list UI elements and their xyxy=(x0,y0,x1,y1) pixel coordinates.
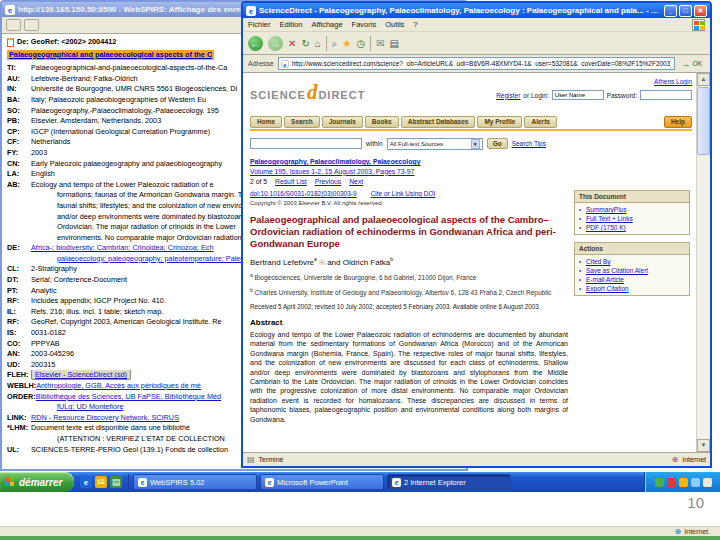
sciencedirect-header: SCIENCE d DIRECT Athens Login Register o… xyxy=(250,76,692,114)
start-button[interactable]: démarrer xyxy=(0,472,74,492)
result-nav-link[interactable]: Previous xyxy=(315,177,341,187)
record-field-tag: WEBLH: xyxy=(7,381,36,392)
received-dates: Received 5 April 2002; revised 10 July 2… xyxy=(250,303,568,310)
result-nav-link[interactable]: Result List xyxy=(275,177,307,187)
search-icon[interactable]: ⌕ xyxy=(332,36,338,51)
nav-button[interactable]: Journals xyxy=(322,116,363,128)
menu-item[interactable]: Affichage xyxy=(311,20,342,29)
tray-icon[interactable] xyxy=(703,478,712,487)
toolbar-button[interactable] xyxy=(24,19,39,31)
record-field-text: Includes appendix; IGCP Project No. 410. xyxy=(31,296,166,305)
tray-icon[interactable] xyxy=(667,478,676,487)
record-field-text: (ATTENTION : VERIFIEZ L'ETAT DE COLLECTI… xyxy=(57,434,225,443)
result-position: 2 of 5 xyxy=(250,177,267,187)
scrollbar-thumb[interactable] xyxy=(697,87,710,155)
this-document-box: This Document SummaryPlusFull Text + Lin… xyxy=(574,190,690,235)
author-name[interactable]: Bertrand Lefebvre xyxy=(250,258,314,267)
search-scope-select[interactable]: All Full-text Sources ▼ xyxy=(387,138,483,150)
nav-button[interactable]: Home xyxy=(250,116,282,128)
athens-login-link[interactable]: Athens Login xyxy=(654,78,692,85)
nav-button[interactable]: My Profile xyxy=(477,116,522,128)
issue-link[interactable]: Volume 195, Issues 1-2, 15 August 2003, … xyxy=(250,167,566,177)
record-field-text: 2003 xyxy=(31,148,47,157)
action-link[interactable]: E-mail Article xyxy=(579,275,685,284)
username-field[interactable] xyxy=(552,90,604,100)
result-navigation: 2 of 5 Result ListPreviousNext xyxy=(250,177,566,187)
nav-button[interactable]: Abstract Databases xyxy=(401,116,476,128)
password-field[interactable] xyxy=(640,90,692,100)
mail-icon[interactable]: ✉ xyxy=(376,36,384,51)
record-field-text: fULg; UD Montefiore xyxy=(57,402,124,411)
scroll-down-icon[interactable]: ▼ xyxy=(697,439,710,452)
help-button[interactable]: Help xyxy=(664,116,692,128)
outer-status-text: Internet. xyxy=(684,528,710,535)
address-input[interactable]: e http://www.sciencedirect.com/science?_… xyxy=(278,57,675,70)
search-scope-value: All Full-text Sources xyxy=(390,141,443,147)
journal-link[interactable]: Palaeogeography, Palaeoclimatology, Pala… xyxy=(250,157,566,167)
record-field-text: Analytic xyxy=(31,286,57,295)
status-text: Terminé xyxy=(259,456,284,463)
record-highlighted-title[interactable]: Palaeogeographical and palaeoecological … xyxy=(7,50,214,61)
globe-icon: ⊕ xyxy=(672,455,679,464)
document-link[interactable]: SummaryPlus xyxy=(579,205,685,214)
quick-search-input[interactable] xyxy=(250,138,362,149)
tray-icon[interactable] xyxy=(655,478,664,487)
menu-item[interactable]: Fichier xyxy=(248,20,271,29)
close-icon[interactable]: ✕ xyxy=(694,5,707,17)
action-link[interactable]: Save as Citation Alert xyxy=(579,266,685,275)
record-field-tag: LINK: xyxy=(7,413,31,424)
show-desktop-icon[interactable]: ▤ xyxy=(110,476,122,488)
record-field-text: and/or deep environments were dominated … xyxy=(57,212,261,221)
nav-button[interactable]: Books xyxy=(365,116,399,128)
go-button[interactable]: → OK xyxy=(679,59,705,69)
menu-item[interactable]: Favoris xyxy=(352,20,377,29)
record-field-text: SCIENCES-TERRE-PERIO Geol (139.1) Fonds … xyxy=(31,445,228,454)
menu-item[interactable]: Outils xyxy=(385,20,404,29)
refresh-icon[interactable]: ↻ xyxy=(301,36,309,51)
ie-icon[interactable]: e xyxy=(80,476,92,488)
nav-button[interactable]: Alerts xyxy=(524,116,556,128)
task-button[interactable]: e WebSPIRS 5.02 xyxy=(133,474,257,490)
search-go-button[interactable]: Go xyxy=(487,138,508,149)
vertical-scrollbar[interactable]: ▲ ▼ xyxy=(696,73,710,452)
sciencedirect-window[interactable]: e ScienceDirect - Palaeogeography, Palae… xyxy=(241,1,712,468)
windows-flag-icon xyxy=(692,19,705,31)
register-link[interactable]: Register xyxy=(496,92,520,99)
favorites-icon[interactable]: ★ xyxy=(342,36,351,51)
record-field-tag: CF: xyxy=(7,137,31,148)
tray-icon[interactable] xyxy=(691,478,700,487)
action-link[interactable]: Cited By xyxy=(579,257,685,266)
menu-item[interactable]: ? xyxy=(413,20,417,29)
task-button[interactable]: e Microsoft PowerPoint xyxy=(260,474,384,490)
quick-launch: e ✉ ▤ xyxy=(74,474,129,490)
document-link[interactable]: Full Text + Links xyxy=(579,214,685,223)
doi-link[interactable]: doi:10.1016/S0031-0182(03)00303-9 xyxy=(250,190,357,197)
author-name[interactable]: Oldrich Fatka xyxy=(343,258,391,267)
toolbar-button[interactable] xyxy=(6,19,21,31)
print-icon[interactable]: ▤ xyxy=(390,36,399,51)
result-nav-link[interactable]: Next xyxy=(349,177,363,187)
back-icon[interactable]: ← xyxy=(248,36,263,51)
scroll-up-icon[interactable]: ▲ xyxy=(697,73,710,86)
address-label: Adresse xyxy=(248,60,274,67)
logo-text-science: SCIENCE xyxy=(250,89,306,101)
search-tips-link[interactable]: Search Tips xyxy=(512,140,546,147)
history-icon[interactable]: ◷ xyxy=(356,36,365,51)
cite-link[interactable]: Cite or Link Using DOI xyxy=(371,190,436,197)
action-link[interactable]: Export Citation xyxy=(579,284,685,293)
go-label: OK xyxy=(693,60,702,67)
forward-icon[interactable]: → xyxy=(268,36,283,51)
nav-button[interactable]: Search xyxy=(284,116,320,128)
menu-item[interactable]: Edition xyxy=(280,20,303,29)
tray-icon[interactable] xyxy=(679,478,688,487)
windows-logo-icon xyxy=(5,476,16,488)
stop-icon[interactable]: ✕ xyxy=(288,36,296,51)
minimize-icon[interactable]: _ xyxy=(664,5,677,17)
home-icon[interactable]: ⌂ xyxy=(315,36,321,51)
task-button[interactable]: e 2 Internet Explorer xyxy=(387,474,511,490)
document-link[interactable]: PDF (1750 K) xyxy=(579,223,685,232)
record-field-tag: *LHM: xyxy=(7,423,31,434)
maximize-icon[interactable]: □ xyxy=(679,5,692,17)
mail-icon[interactable]: ✉ xyxy=(95,476,107,488)
sciencedirect-titlebar[interactable]: e ScienceDirect - Palaeogeography, Palae… xyxy=(243,3,710,18)
